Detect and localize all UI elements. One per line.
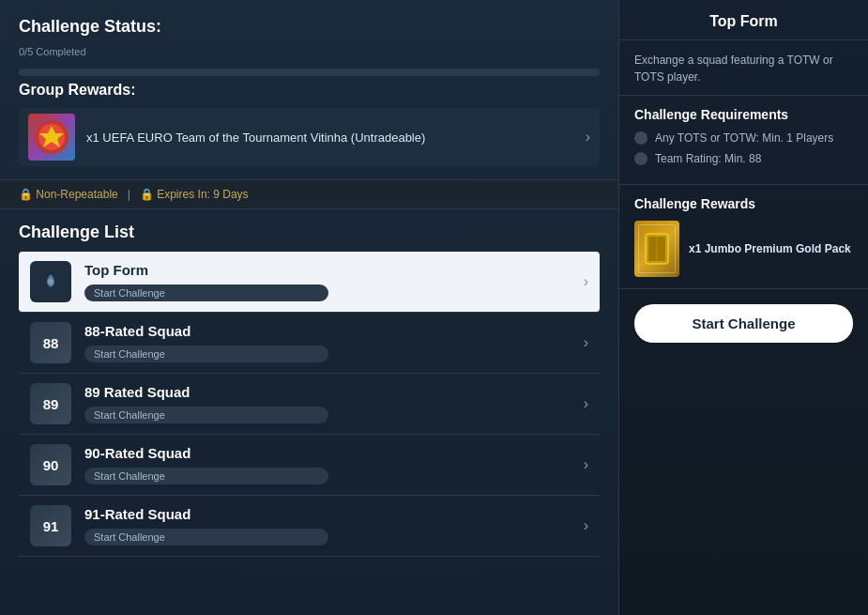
content-88: 88-Rated Squad Start Challenge	[84, 323, 576, 362]
start-btn-89[interactable]: Start Challenge	[84, 407, 328, 423]
expires-label: 🔒 Expires In: 9 Days	[140, 188, 249, 201]
progress-label: 0/5 Completed	[19, 46, 600, 57]
reward-chevron: ›	[586, 129, 590, 146]
meta-separator: |	[128, 188, 130, 201]
rewards-title: Challenge Rewards	[634, 196, 853, 211]
requirements-title: Challenge Requirements	[634, 107, 853, 122]
badge-90: 90	[30, 444, 71, 485]
chevron-88: ›	[584, 334, 588, 351]
requirement-1-text: Any TOTS or TOTW: Min. 1 Players	[655, 131, 833, 145]
chevron-91: ›	[584, 517, 588, 534]
rewards-section: Challenge Rewards x1 Jumbo Premium Gold …	[619, 185, 868, 289]
challenge-item-89[interactable]: 89 89 Rated Squad Start Challenge ›	[19, 374, 600, 435]
content-89: 89 Rated Squad Start Challenge	[84, 384, 576, 423]
top-form-badge	[30, 261, 71, 302]
meta-bar: 🔒 Non-Repeatable | 🔒 Expires In: 9 Days	[0, 179, 618, 209]
challenge-item-90[interactable]: 90 90-Rated Squad Start Challenge ›	[19, 435, 600, 496]
svg-rect-5	[646, 234, 668, 264]
requirement-row-1: Any TOTS or TOTW: Min. 1 Players	[634, 131, 853, 145]
requirements-section: Challenge Requirements Any TOTS or TOTW:…	[619, 96, 868, 185]
reward-text: x1 UEFA EURO Team of the Tournament Viti…	[86, 131, 586, 145]
right-panel: Top Form Exchange a squad featuring a TO…	[619, 0, 868, 615]
challenge-items: Top Form Start Challenge › 88 88-Rated S…	[19, 252, 600, 557]
content-91: 91-Rated Squad Start Challenge	[84, 506, 576, 546]
start-challenge-button[interactable]: Start Challenge	[634, 304, 853, 343]
start-btn-88[interactable]: Start Challenge	[84, 346, 328, 362]
requirement-row-2: Team Rating: Min. 88	[634, 152, 853, 165]
badge-91: 91	[30, 505, 71, 546]
title-91: 91-Rated Squad	[84, 506, 576, 522]
challenge-list-section: Challenge List Top Form Start Challenge …	[0, 209, 618, 564]
non-repeatable-label: 🔒 Non-Repeatable	[19, 188, 118, 201]
group-reward-item: x1 UEFA EURO Team of the Tournament Viti…	[19, 108, 600, 166]
challenge-status-section: Challenge Status: 0/5 Completed Group Re…	[0, 0, 618, 179]
pack-label: x1 Jumbo Premium Gold Pack	[689, 242, 851, 255]
requirement-2-text: Team Rating: Min. 88	[655, 152, 761, 165]
title-90: 90-Rated Squad	[84, 445, 576, 461]
top-form-content: Top Form Start Challenge	[84, 262, 576, 301]
challenge-status-title: Challenge Status:	[19, 17, 600, 37]
start-btn-91[interactable]: Start Challenge	[84, 529, 328, 546]
top-form-title: Top Form	[84, 262, 576, 278]
left-panel: Challenge Status: 0/5 Completed Group Re…	[0, 0, 619, 615]
title-88: 88-Rated Squad	[84, 323, 576, 339]
challenge-item-91[interactable]: 91 91-Rated Squad Start Challenge ›	[19, 496, 600, 557]
top-form-start-btn[interactable]: Start Challenge	[84, 284, 328, 301]
pack-icon	[634, 221, 679, 277]
challenge-list-title: Challenge List	[19, 223, 600, 242]
challenge-item-88[interactable]: 88 88-Rated Squad Start Challenge ›	[19, 313, 600, 374]
req-dot-1	[634, 131, 647, 145]
right-panel-header: Top Form	[619, 0, 868, 40]
group-rewards-title: Group Rewards:	[19, 82, 600, 99]
req-dot-2	[634, 152, 647, 165]
challenge-item-top-form[interactable]: Top Form Start Challenge ›	[19, 252, 600, 313]
title-89: 89 Rated Squad	[84, 384, 576, 400]
badge-88: 88	[30, 322, 71, 363]
reward-row: x1 Jumbo Premium Gold Pack	[634, 221, 853, 277]
svg-point-4	[48, 279, 53, 284]
content-90: 90-Rated Squad Start Challenge	[84, 445, 576, 484]
reward-icon	[28, 114, 75, 161]
svg-rect-6	[648, 237, 665, 261]
start-btn-90[interactable]: Start Challenge	[84, 468, 328, 484]
top-form-chevron: ›	[584, 273, 588, 290]
badge-89: 89	[30, 383, 71, 424]
right-panel-description: Exchange a squad featuring a TOTW or TOT…	[619, 40, 868, 96]
chevron-89: ›	[584, 395, 588, 412]
progress-bar	[19, 69, 600, 76]
chevron-90: ›	[584, 456, 588, 473]
